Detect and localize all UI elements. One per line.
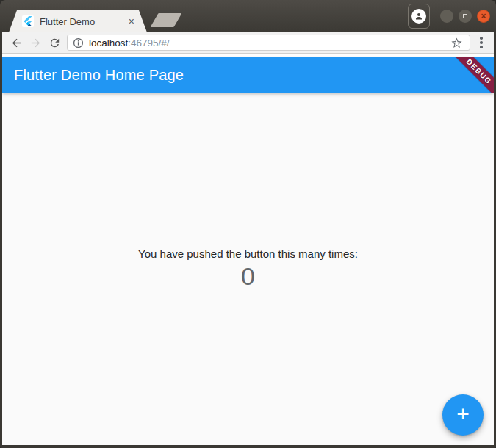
avatar	[411, 9, 426, 24]
maximize-button[interactable]	[459, 10, 472, 23]
star-icon	[450, 37, 463, 49]
minimize-button[interactable]: −	[440, 10, 453, 23]
forward-arrow-icon	[29, 37, 42, 49]
new-tab-button[interactable]	[151, 13, 182, 27]
browser-window: Flutter Demo × − ×	[0, 0, 496, 448]
back-arrow-icon	[10, 37, 23, 49]
app-body: You have pushed the button this many tim…	[2, 93, 494, 445]
browser-tab[interactable]: Flutter Demo ×	[9, 10, 147, 32]
minimize-icon: −	[444, 11, 450, 20]
tab-close-icon[interactable]: ×	[128, 16, 135, 26]
counter-value: 0	[241, 262, 255, 291]
close-icon: ×	[481, 12, 486, 21]
address-bar[interactable]: localhost:46795/#/	[67, 35, 470, 51]
bookmark-button[interactable]	[449, 35, 464, 50]
menu-dots-icon	[480, 37, 483, 40]
increment-fab-button[interactable]: +	[442, 394, 484, 436]
app-bar: Flutter Demo Home Page DEBUG	[2, 57, 494, 93]
profile-button[interactable]	[408, 4, 430, 29]
tab-title: Flutter Demo	[40, 16, 128, 27]
browser-menu-button[interactable]	[475, 34, 488, 51]
page-title: Flutter Demo Home Page	[14, 67, 184, 84]
back-button[interactable]	[7, 34, 26, 51]
flutter-favicon-icon	[22, 15, 34, 27]
url-path: :46795/#/	[128, 37, 169, 48]
reload-button[interactable]	[45, 34, 64, 51]
forward-button[interactable]	[26, 34, 45, 51]
navigation-toolbar: localhost:46795/#/	[2, 32, 494, 54]
page-info-icon[interactable]	[73, 37, 84, 48]
reload-icon	[48, 37, 61, 49]
page-viewport: Flutter Demo Home Page DEBUG You have pu…	[2, 54, 494, 445]
titlebar: Flutter Demo × − ×	[0, 0, 496, 32]
maximize-icon	[463, 14, 467, 18]
window-controls: − ×	[408, 0, 490, 32]
debug-banner: DEBUG	[436, 57, 494, 93]
close-button[interactable]: ×	[477, 10, 490, 23]
url-host: localhost	[89, 37, 128, 48]
plus-icon: +	[456, 403, 470, 425]
counter-caption: You have pushed the button this many tim…	[138, 248, 358, 260]
